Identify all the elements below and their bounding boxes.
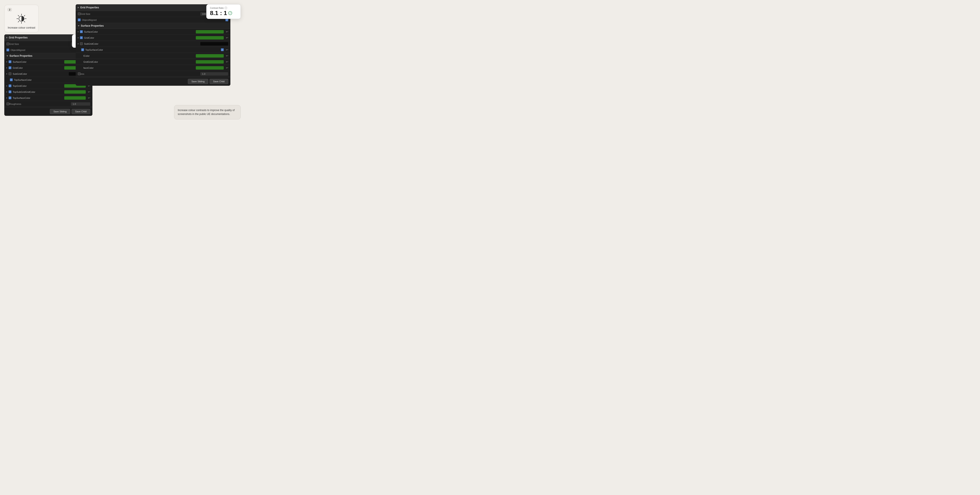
subgrid-color-label-left: SubGridColor — [13, 73, 67, 75]
grid-size-checkbox-left[interactable] — [6, 43, 9, 45]
collapse-icon-left[interactable] — [6, 37, 8, 38]
grid-color-expand-right[interactable] — [78, 37, 79, 38]
subgrid-color-expand-right[interactable] — [78, 43, 79, 44]
roughness-value-left: 1.0 — [71, 102, 90, 106]
top-surface-color-cb-right[interactable] — [81, 48, 84, 51]
object-aligned-checkbox-right[interactable] — [78, 19, 81, 21]
icon-card-label: Increase colour contrast — [8, 26, 35, 30]
save-sibling-button-right[interactable]: Save Sibling — [188, 79, 208, 84]
top-surface2-color-swatch-left[interactable] — [64, 96, 86, 100]
roughness-checkbox-right[interactable] — [78, 72, 81, 75]
subgrid-color-row-right: SubGridColor — [76, 41, 231, 47]
top-subgrid-color-row-left: TopSubGridGridColor ↩ — [4, 89, 92, 95]
subgrid-color-swatch-right[interactable] — [200, 42, 228, 46]
svg-line-8 — [18, 21, 19, 22]
facecolor-swatch-right[interactable] — [196, 66, 224, 70]
grid-color-cb-left[interactable] — [9, 67, 11, 69]
lcolor-reset-right[interactable]: ↩ — [226, 54, 228, 57]
save-sibling-button-left[interactable]: Save Sibling — [50, 109, 70, 114]
grid-color-label-right: GridColor — [84, 36, 194, 39]
surface-color-reset-right[interactable]: ↩ — [226, 30, 228, 33]
contrast-label-row-large: Contrast Ratio ? — [210, 7, 237, 9]
contrast-icon — [16, 13, 27, 24]
svg-line-7 — [24, 15, 25, 16]
contrast-label-large: Contrast Ratio — [210, 7, 224, 9]
gridgrid-color-reset-right[interactable]: ↩ — [226, 60, 228, 63]
grid-color-expand-left[interactable] — [6, 67, 7, 68]
object-aligned-checkbox-left[interactable] — [6, 49, 9, 51]
contrast-check-icon-large: ✓ — [228, 11, 232, 15]
description-box: Increase colour contrasts to improve the… — [174, 105, 241, 119]
top-subgrid-color-label-left: TopSubGridGridColor — [13, 90, 63, 93]
subgrid-color-cb-right[interactable] — [80, 42, 83, 45]
surface-color-swatch-right[interactable] — [196, 30, 224, 33]
action-bar-left: Save Sibling Save Child — [4, 107, 92, 116]
top-subgrid-color-reset-left[interactable]: ↩ — [88, 90, 90, 94]
contrast-info-icon-large[interactable]: ? — [224, 7, 227, 9]
top-surface-color-label-left: TopSurfaceColor — [14, 79, 82, 81]
top-subgrid-color-cb-left[interactable] — [9, 90, 11, 93]
lcolor-label-right: lColor — [78, 55, 194, 57]
surface-color-cb-left[interactable] — [9, 60, 11, 63]
surface-color-cb-right[interactable] — [80, 30, 83, 33]
grid-size-label-left: Grid Size — [9, 43, 71, 45]
contrast-ratio-value-large: 8.1 : 1 — [210, 10, 227, 16]
top-grid-color-label-left: TopGridColor — [13, 85, 63, 87]
gridgrid-color-swatch-right[interactable] — [196, 60, 224, 63]
top-surface-color-reset-right[interactable]: ↩ — [226, 48, 228, 51]
facecolor-reset-right[interactable]: ↩ — [226, 66, 228, 70]
grid-color-cb-right[interactable] — [80, 36, 83, 39]
top-surface2-color-row-left: TopSurfaceColor ↩ — [4, 95, 92, 101]
top-surface-color-label-right: TopSurfaceColor — [85, 49, 220, 51]
grid-size-label-right: Grid Size — [81, 13, 200, 15]
contrast-ratio-large: 8.1 : 1 ✓ — [210, 10, 237, 16]
top-surface2-color-reset-left[interactable]: ↩ — [88, 96, 90, 100]
top-surface2-color-cb-left[interactable] — [9, 97, 11, 99]
subgrid-color-expand-left[interactable] — [6, 73, 7, 75]
contrast-popup-large: Contrast Ratio ? 8.1 : 1 ✓ — [206, 4, 241, 19]
grid-panel-left-title: Grid Properties — [9, 36, 27, 39]
subgrid-color-cb-left[interactable] — [9, 72, 11, 75]
object-aligned-label-right: ObjectAligned — [82, 19, 226, 21]
facecolor-row-right: faceColor ↩ — [76, 65, 231, 71]
grid-panel-right-title: Grid Properties — [80, 6, 99, 9]
gridgrid-color-row-right: GridGridColor ↩ — [76, 59, 231, 65]
surface-collapse-icon-left[interactable] — [6, 56, 8, 57]
surface-props-header-right: Surface Properties — [76, 23, 231, 29]
lcolor-row-right: lColor ↩ — [76, 53, 231, 59]
roughness-checkbox-left[interactable] — [6, 103, 9, 105]
grid-color-swatch-right[interactable] — [196, 36, 224, 40]
subgrid-color-label-right: SubGridColor — [84, 43, 199, 45]
svg-line-6 — [24, 21, 25, 22]
top-subgrid-color-expand-left[interactable] — [6, 91, 7, 93]
save-child-button-left[interactable]: Save Child — [72, 109, 90, 114]
top-surface2-color-expand-left[interactable] — [6, 97, 7, 98]
icon-card-badge: 2 — [8, 8, 12, 11]
save-child-button-right[interactable]: Save Child — [210, 79, 228, 84]
top-surface-color-row-right: TopSurfaceColor ↩ — [76, 47, 231, 53]
roughness-row-left: Roughness 1.0 — [4, 101, 92, 107]
surface-color-expand-left[interactable] — [6, 61, 7, 62]
facecolor-label-right: faceColor — [78, 67, 194, 69]
top-surface-color-cb-left[interactable] — [10, 78, 13, 81]
collapse-icon-right[interactable] — [78, 7, 79, 8]
surface-collapse-icon-right[interactable] — [78, 25, 80, 27]
gridgrid-color-label-right: GridGridColor — [78, 60, 194, 63]
top-grid-color-cb-left[interactable] — [9, 84, 11, 87]
surface-props-title-left: Surface Properties — [10, 54, 32, 57]
top-surface2-color-label-left: TopSurfaceColor — [13, 97, 63, 99]
surface-color-label-left: SurfaceColor — [13, 60, 63, 63]
icon-card: 2 Increase colour contrast — [4, 5, 39, 32]
surface-color-label-right: SurfaceColor — [84, 30, 194, 33]
grid-color-row-right: GridColor ↩ — [76, 35, 231, 41]
grid-size-checkbox-right[interactable] — [78, 13, 81, 15]
top-grid-color-expand-left[interactable] — [6, 85, 7, 87]
top-subgrid-color-swatch-left[interactable] — [64, 90, 86, 94]
surface-color-row-right: SurfaceColor ↩ — [76, 29, 231, 35]
top-surface-color-value-right — [221, 48, 224, 51]
surface-color-expand-right[interactable] — [78, 31, 79, 32]
grid-color-reset-right[interactable]: ↩ — [226, 36, 228, 39]
svg-line-5 — [18, 15, 19, 16]
roughness-value-right: 1.0 — [200, 72, 228, 76]
lcolor-swatch-right[interactable] — [196, 54, 224, 57]
